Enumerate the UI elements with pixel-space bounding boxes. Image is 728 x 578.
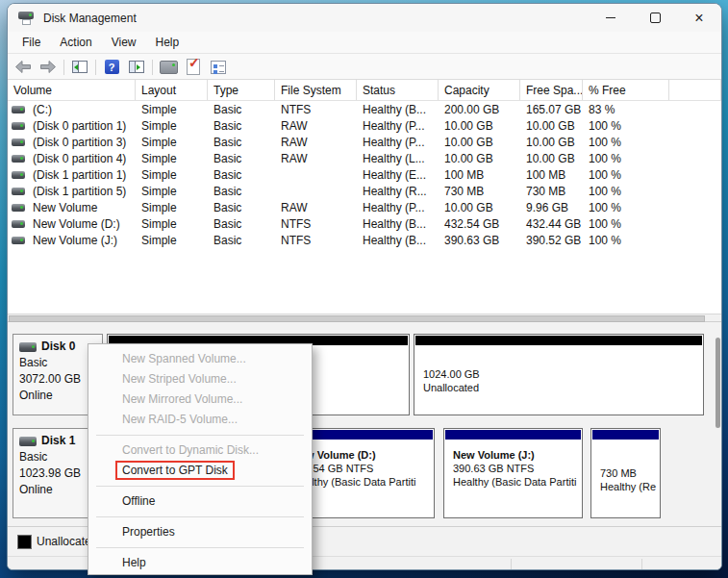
volume-capacity: 10.00 GB: [439, 136, 520, 149]
table-row[interactable]: (Disk 1 partition 1) Simple Basic Health…: [8, 166, 721, 183]
minimize-button[interactable]: [589, 4, 633, 32]
horizontal-scrollbar[interactable]: [8, 314, 721, 322]
table-row[interactable]: New Volume Simple Basic RAW Healthy (P..…: [8, 199, 721, 215]
column-header-filesystem[interactable]: File System: [275, 80, 357, 100]
volume-free: 9.96 GB: [520, 201, 583, 214]
menu-item-convert-to-dynamic-disk: Convert to Dynamic Disk...: [88, 440, 312, 461]
column-header-capacity[interactable]: Capacity: [439, 80, 520, 100]
column-header-volume[interactable]: Volume: [8, 80, 136, 100]
volume-filesystem: NTFS: [275, 234, 357, 247]
volume-icon: [12, 188, 25, 195]
checklist-button[interactable]: [209, 58, 228, 77]
volume-name: (Disk 0 partition 1): [33, 119, 126, 133]
disk-name: Disk 0: [41, 339, 75, 355]
menu-separator: [96, 435, 304, 436]
primary-partition-strip: [592, 430, 659, 440]
column-header-type[interactable]: Type: [208, 80, 275, 100]
volume-capacity: 390.63 GB: [439, 234, 520, 247]
menu-view[interactable]: View: [102, 32, 146, 53]
toolbar-separator: [95, 60, 96, 75]
volume-type: Basic: [208, 168, 275, 182]
volume-name: New Volume (D:): [33, 217, 120, 231]
volume-filesystem: RAW: [275, 201, 357, 214]
volume-filesystem: RAW: [275, 136, 357, 149]
volume-capacity: 200.00 GB: [439, 103, 520, 116]
table-row[interactable]: (C:) Simple Basic NTFS Healthy (B... 200…: [8, 101, 721, 117]
status-separator: [511, 559, 512, 569]
action-pane-button[interactable]: [127, 58, 146, 77]
disk-management-icon: [18, 11, 35, 25]
display-list-button[interactable]: [159, 58, 178, 77]
menu-item-new-mirrored-volume: New Mirrored Volume...: [88, 390, 312, 410]
volume-layout: Simple: [136, 217, 208, 231]
disk1-recovery-block[interactable]: 730 MB Healthy (Re: [590, 428, 661, 518]
volume-icon: [12, 106, 25, 113]
forward-button[interactable]: [38, 58, 58, 77]
block-label: Unallocated: [423, 381, 703, 394]
disk-name: Disk 1: [41, 433, 75, 449]
vertical-scrollbar-thumb[interactable]: [715, 338, 720, 428]
menu-item-new-striped-volume: New Striped Volume...: [88, 369, 312, 390]
toolbar: ? ✓: [8, 55, 721, 80]
column-header-status[interactable]: Status: [357, 80, 439, 100]
volume-name: (Disk 0 partition 4): [33, 152, 126, 165]
table-row[interactable]: (Disk 0 partition 4) Simple Basic RAW He…: [8, 150, 721, 166]
checklist-icon: [211, 61, 226, 74]
volume-status: Healthy (B...: [357, 103, 439, 116]
check-document-icon: ✓: [187, 59, 200, 75]
table-row[interactable]: (Disk 0 partition 3) Simple Basic RAW He…: [8, 134, 721, 150]
volume-pctfree: 100 %: [583, 217, 669, 231]
disk1-volume-j-block[interactable]: New Volume (J:) 390.63 GB NTFS Healthy (…: [443, 428, 583, 518]
volume-type: Basic: [208, 103, 275, 116]
block-size: 390.63 GB NTFS: [453, 462, 582, 475]
volume-capacity: 10.00 GB: [439, 201, 520, 214]
volume-layout: Simple: [136, 168, 208, 182]
back-arrow-icon: [15, 61, 31, 73]
volume-pctfree: 100 %: [583, 201, 669, 214]
table-row[interactable]: New Volume (D:) Simple Basic NTFS Health…: [8, 215, 721, 232]
volume-free: 730 MB: [520, 185, 583, 198]
menu-action[interactable]: Action: [50, 32, 101, 53]
table-row[interactable]: (Disk 0 partition 1) Simple Basic RAW He…: [8, 117, 721, 134]
help-button[interactable]: ?: [102, 58, 121, 77]
disk0-unallocated-block-2[interactable]: 1024.00 GB Unallocated: [414, 334, 704, 415]
check-document-button[interactable]: ✓: [184, 58, 203, 77]
column-header-layout[interactable]: Layout: [136, 80, 208, 100]
disk-icon: [19, 342, 37, 352]
volume-pctfree: 100 %: [583, 185, 669, 198]
unallocated-swatch: [17, 535, 32, 549]
volume-icon: [12, 220, 25, 228]
table-row[interactable]: (Disk 1 partition 5) Simple Basic Health…: [8, 183, 721, 199]
menu-file[interactable]: File: [13, 32, 50, 53]
console-tree-icon: [72, 61, 88, 73]
volume-free: 10.00 GB: [520, 152, 583, 165]
menu-item-convert-to-gpt-disk[interactable]: Convert to GPT Disk: [88, 461, 312, 481]
desktop-background: Disk Management × File Action View Help: [0, 0, 728, 578]
console-tree-button[interactable]: [70, 58, 89, 77]
column-header-pctfree[interactable]: % Free: [583, 80, 669, 100]
menu-item-help[interactable]: Help: [88, 553, 312, 573]
volume-layout: Simple: [136, 234, 208, 247]
toolbar-separator: [63, 60, 64, 75]
table-row[interactable]: New Volume (J:) Simple Basic NTFS Health…: [8, 232, 721, 248]
menu-item-properties[interactable]: Properties: [88, 522, 312, 542]
maximize-button[interactable]: [633, 4, 677, 32]
volume-name: New Volume: [33, 201, 97, 214]
volume-icon: [12, 237, 25, 244]
volume-pctfree: 100 %: [583, 152, 669, 165]
back-button[interactable]: [13, 58, 33, 77]
horizontal-scrollbar-thumb[interactable]: [9, 315, 705, 322]
volume-layout: Simple: [136, 119, 208, 133]
help-icon: ?: [105, 60, 119, 74]
display-icon: [160, 61, 178, 74]
minimize-icon: [606, 17, 615, 18]
close-button[interactable]: ×: [677, 4, 721, 32]
maximize-icon: [650, 13, 661, 23]
volume-icon: [12, 122, 25, 130]
volume-icon: [12, 138, 25, 146]
title-bar[interactable]: Disk Management ×: [8, 4, 721, 32]
menu-help[interactable]: Help: [146, 32, 189, 53]
column-header-freespace[interactable]: Free Spa...: [520, 80, 583, 100]
menu-item-offline[interactable]: Offline: [88, 491, 312, 512]
forward-arrow-icon: [40, 61, 56, 73]
